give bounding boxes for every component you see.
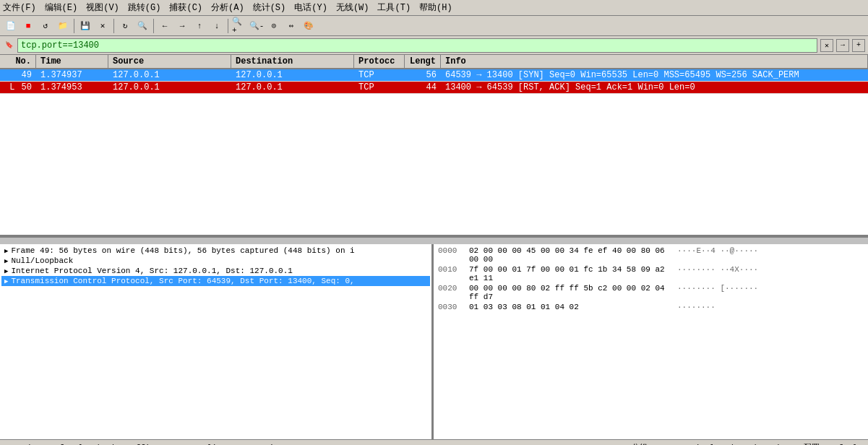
menu-help[interactable]: 帮助(H) <box>419 1 452 14</box>
hscroll-bar[interactable] <box>0 237 868 244</box>
colorize-btn[interactable]: 🎨 <box>301 18 317 34</box>
expand-icon: ▶ <box>4 267 8 275</box>
filter-bookmark-btn[interactable]: 🔖 <box>3 40 14 51</box>
packet-len: 56 <box>405 69 441 81</box>
hex-offset: 0000 <box>438 246 463 264</box>
reload-btn[interactable]: ↻ <box>117 18 133 34</box>
back-btn[interactable]: ← <box>157 18 173 34</box>
profile-text: 配置: Default <box>804 442 862 445</box>
detail-pane: ▶ Frame 49: 56 bytes on wire (448 bits),… <box>0 244 434 439</box>
sep2 <box>113 19 114 33</box>
resize-cols-btn[interactable]: ⇔ <box>283 18 299 34</box>
zoom-out-btn[interactable]: 🔍- <box>249 18 265 34</box>
bottom-pane: ▶ Frame 49: 56 bytes on wire (448 bits),… <box>0 244 868 439</box>
detail-item-tcp[interactable]: ▶ Transmission Control Protocol, Src Por… <box>1 276 430 286</box>
packet-no: 49 <box>0 69 36 81</box>
packet-info: 13400 → 64539 [RST, ACK] Seq=1 Ack=1 Win… <box>441 82 868 93</box>
packet-proto: TCP <box>354 82 405 93</box>
hex-ascii: ········ <box>677 303 716 311</box>
hex-line: 0030 01 03 03 08 01 01 04 02 ········ <box>435 302 867 312</box>
zoom-reset-btn[interactable]: ⊙ <box>266 18 282 34</box>
menu-phone[interactable]: 电话(Y) <box>294 1 327 14</box>
scroll-down-btn[interactable]: ↓ <box>209 18 225 34</box>
detail-item-text: Transmission Control Protocol, Src Port:… <box>11 277 354 285</box>
hex-offset: 0010 <box>438 265 463 282</box>
table-row[interactable]: 49 1.374937 127.0.0.1 127.0.0.1 TCP 56 6… <box>0 69 868 82</box>
stats-text: 分组: 1985 · Displayed: 2 (0.1%) <box>632 442 781 445</box>
col-header-destination: Destination <box>231 55 354 68</box>
restart-btn[interactable]: ↺ <box>38 18 53 34</box>
sep3 <box>153 19 154 33</box>
menu-wireless[interactable]: 无线(W) <box>336 1 369 14</box>
filter-clear-btn[interactable]: ✕ <box>820 39 833 52</box>
menu-file[interactable]: 文件(F) <box>3 1 36 14</box>
menu-tools[interactable]: 工具(T) <box>377 1 411 14</box>
hex-ascii: ········ ··4X···· <box>677 265 758 282</box>
stop-capture-btn[interactable]: ■ <box>20 18 36 34</box>
detail-item-frame[interactable]: ▶ Frame 49: 56 bytes on wire (448 bits),… <box>1 246 430 256</box>
scroll-up-btn[interactable]: ↑ <box>192 18 207 34</box>
expand-icon: ▶ <box>4 257 8 265</box>
filterbar: 🔖 ✕ → + <box>0 36 868 55</box>
packet-dst: 127.0.0.1 <box>231 69 354 81</box>
col-header-length: Lengt <box>405 55 441 68</box>
new-capture-btn[interactable]: 📄 <box>3 18 19 34</box>
find-btn[interactable]: 🔍 <box>134 18 150 34</box>
col-header-info: Info <box>441 55 868 68</box>
menu-edit[interactable]: 编辑(E) <box>45 1 78 14</box>
detail-item-ip[interactable]: ▶ Internet Protocol Version 4, Src: 127.… <box>1 266 430 276</box>
menu-goto[interactable]: 跳转(G) <box>128 1 161 14</box>
packet-time: 1.374953 <box>36 82 108 93</box>
filter-apply-btn[interactable]: + <box>852 39 865 52</box>
menu-stats[interactable]: 统计(S) <box>253 1 286 14</box>
detail-item-text: Frame 49: 56 bytes on wire (448 bits), 5… <box>11 246 354 255</box>
hex-ascii: ····E··4 ··@····· <box>677 246 758 264</box>
filter-right-btn[interactable]: → <box>836 39 849 52</box>
statusbar: ○ ✓ Adapter for loopback traffic capture… <box>0 439 868 445</box>
packet-proto: TCP <box>354 69 405 81</box>
hex-bytes: 7f 00 00 01 7f 00 00 01 fc 1b 34 58 09 a… <box>469 265 671 282</box>
packet-no: L 50 <box>0 82 36 93</box>
packet-src: 127.0.0.1 <box>108 69 231 81</box>
menu-view[interactable]: 视图(V) <box>86 1 119 14</box>
expand-icon: ▶ <box>4 247 8 255</box>
sep4 <box>228 19 228 33</box>
hex-bytes: 02 00 00 00 45 00 00 34 fe ef 40 00 80 0… <box>469 246 671 264</box>
packet-list-header: No. Time Source Destination Protocc Leng… <box>0 55 868 69</box>
packet-time: 1.374937 <box>36 69 108 81</box>
hex-offset: 0020 <box>438 284 463 301</box>
menu-capture[interactable]: 捕获(C) <box>169 1 202 14</box>
hex-bytes: 01 03 03 08 01 01 04 02 <box>469 303 671 311</box>
hex-bytes: 00 00 00 00 80 02 ff ff 5b c2 00 00 02 0… <box>469 284 671 301</box>
sep1 <box>74 19 74 33</box>
toolbar: 📄 ■ ↺ 📁 💾 ✕ ↻ 🔍 ← → ↑ ↓ 🔍+ 🔍- ⊙ ⇔ 🎨 <box>0 16 868 36</box>
detail-item-text: Null/Loopback <box>11 256 73 265</box>
open-btn[interactable]: 📁 <box>55 18 71 34</box>
packet-src: 127.0.0.1 <box>108 82 231 93</box>
hex-offset: 0030 <box>438 303 463 311</box>
col-header-source: Source <box>108 55 231 68</box>
filter-input[interactable] <box>17 38 817 53</box>
hex-pane: 0000 02 00 00 00 45 00 00 34 fe ef 40 00… <box>434 244 868 439</box>
packet-info: 64539 → 13400 [SYN] Seq=0 Win=65535 Len=… <box>441 69 868 81</box>
hex-line: 0020 00 00 00 00 80 02 ff ff 5b c2 00 00… <box>435 283 867 302</box>
menubar: 文件(F) 编辑(E) 视图(V) 跳转(G) 捕获(C) 分析(A) 统计(S… <box>0 0 868 16</box>
packet-list-pane: No. Time Source Destination Protocc Leng… <box>0 55 868 237</box>
table-row[interactable]: L 50 1.374953 127.0.0.1 127.0.0.1 TCP 44… <box>0 82 868 94</box>
forward-btn[interactable]: → <box>174 18 190 34</box>
close-btn[interactable]: ✕ <box>95 18 111 34</box>
save-btn[interactable]: 💾 <box>77 18 93 34</box>
col-header-protocol: Protocc <box>354 55 405 68</box>
packet-len: 44 <box>405 82 441 93</box>
col-header-time: Time <box>36 55 108 68</box>
col-header-no: No. <box>0 55 36 68</box>
hex-line: 0010 7f 00 00 01 7f 00 00 01 fc 1b 34 58… <box>435 264 867 283</box>
hex-line: 0000 02 00 00 00 45 00 00 34 fe ef 40 00… <box>435 246 867 264</box>
detail-item-null[interactable]: ▶ Null/Loopback <box>1 256 430 266</box>
menu-analyze[interactable]: 分析(A) <box>211 1 244 14</box>
packet-dst: 127.0.0.1 <box>231 82 354 93</box>
zoom-in-btn[interactable]: 🔍+ <box>231 18 247 34</box>
expand-icon: ▶ <box>4 277 8 285</box>
detail-item-text: Internet Protocol Version 4, Src: 127.0.… <box>11 267 292 275</box>
main-area: No. Time Source Destination Protocc Leng… <box>0 55 868 439</box>
